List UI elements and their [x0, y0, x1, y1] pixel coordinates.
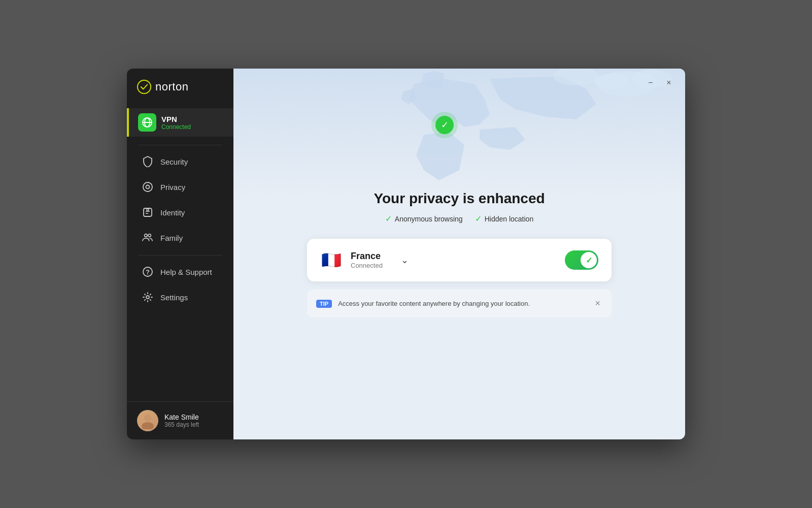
hidden-label: Hidden location [485, 215, 534, 223]
toggle-knob: ✓ [581, 252, 597, 268]
main-content: − × [233, 69, 685, 439]
svg-point-14 [146, 296, 149, 299]
svg-point-11 [148, 234, 151, 237]
tip-close-button[interactable]: × [593, 296, 602, 311]
settings-label: Settings [160, 293, 188, 302]
svg-point-15 [144, 415, 151, 422]
hidden-location-badge: ✓ Hidden location [475, 214, 534, 224]
country-select-chevron-icon[interactable]: ⌄ [401, 255, 409, 266]
sidebar-item-vpn[interactable]: VPN Connected [127, 108, 233, 137]
identity-icon [142, 207, 153, 218]
app-name: norton [155, 80, 188, 93]
tip-text: Access your favorite content anywhere by… [338, 300, 587, 307]
vpn-icon [142, 117, 153, 128]
sidebar-item-identity[interactable]: Identity [131, 200, 229, 225]
security-label: Security [160, 157, 188, 166]
vpn-icon-bg [138, 113, 156, 132]
logo-area: norton [127, 69, 233, 103]
user-name: Kate Smile [164, 413, 199, 421]
settings-icon [142, 292, 153, 303]
help-label: Help & Support [160, 268, 212, 276]
nav-divider [138, 145, 222, 145]
user-info: Kate Smile 365 days left [164, 413, 199, 428]
privacy-icon [142, 181, 153, 193]
user-days: 365 days left [164, 421, 199, 428]
hidden-check-icon: ✓ [475, 214, 482, 224]
nav-divider-2 [138, 255, 222, 256]
anonymous-check-icon: ✓ [385, 214, 392, 224]
vpn-location: 🇫🇷 France Connected ⌄ [320, 249, 409, 271]
tip-banner: TIP Access your favorite content anywher… [307, 290, 612, 318]
vpn-label-sub: Connected [161, 123, 191, 131]
family-icon [142, 232, 153, 243]
svg-point-5 [146, 185, 150, 189]
close-button[interactable]: × [661, 75, 677, 91]
sidebar-nav: VPN Connected Security [127, 103, 233, 401]
avatar [137, 410, 158, 431]
anonymous-badge: ✓ Anonymous browsing [385, 214, 463, 224]
svg-point-4 [143, 182, 152, 192]
location-text: France Connected [351, 251, 383, 269]
anonymous-label: Anonymous browsing [395, 215, 463, 223]
title-bar: − × [634, 69, 685, 97]
minimize-button[interactable]: − [642, 75, 659, 91]
svg-point-9 [147, 209, 149, 211]
vpn-label: VPN Connected [161, 115, 191, 131]
svg-point-10 [145, 234, 148, 237]
tip-badge: TIP [316, 300, 332, 308]
svg-rect-6 [144, 208, 152, 216]
vpn-label-main: VPN [161, 115, 191, 123]
svg-text:?: ? [146, 268, 150, 276]
family-label: Family [160, 234, 183, 242]
svg-point-0 [138, 80, 151, 93]
help-icon: ? [142, 266, 153, 277]
sidebar-footer: Kate Smile 365 days left [127, 401, 233, 439]
avatar-image [137, 410, 158, 431]
privacy-badges: ✓ Anonymous browsing ✓ Hidden location [385, 214, 533, 224]
vpn-toggle[interactable]: ✓ [565, 250, 598, 270]
connection-status: Connected [351, 262, 383, 269]
sidebar-item-security[interactable]: Security [131, 149, 229, 174]
privacy-title: Your privacy is enhanced [374, 190, 545, 207]
privacy-label: Privacy [160, 183, 185, 192]
sidebar-item-help[interactable]: ? Help & Support [131, 260, 229, 284]
security-icon [142, 156, 153, 167]
country-name: France [351, 251, 383, 262]
app-window: norton VPN Connected [127, 69, 685, 439]
svg-point-16 [142, 422, 154, 429]
sidebar: norton VPN Connected [127, 69, 233, 439]
content-area: Your privacy is enhanced ✓ Anonymous bro… [233, 69, 685, 439]
identity-label: Identity [160, 208, 185, 217]
norton-logo-icon [137, 80, 151, 94]
vpn-connection-card: 🇫🇷 France Connected ⌄ ✓ [307, 239, 612, 281]
sidebar-item-privacy[interactable]: Privacy [131, 175, 229, 199]
country-flag: 🇫🇷 [320, 249, 343, 271]
sidebar-item-family[interactable]: Family [131, 226, 229, 250]
sidebar-item-settings[interactable]: Settings [131, 285, 229, 309]
